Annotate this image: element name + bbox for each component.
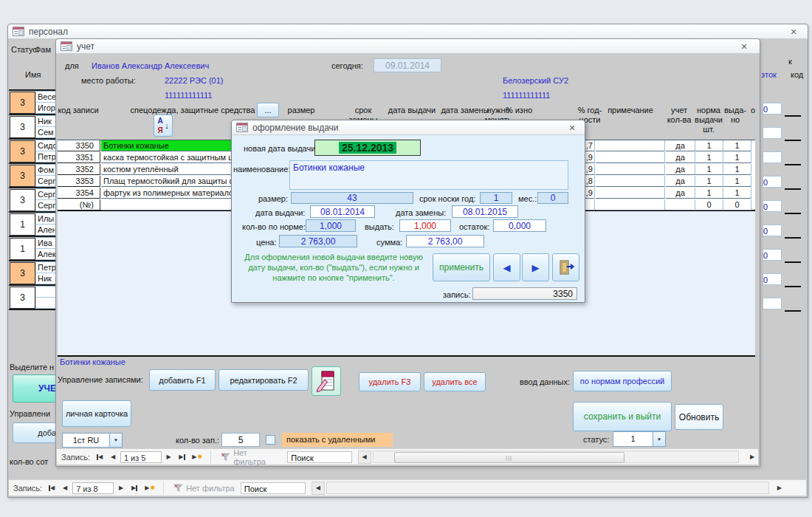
scrollbar-thumb[interactable]: ||| [394,452,625,463]
personal-h-scrollbar[interactable] [326,482,769,494]
new-date-value: 25.12.2013 [339,142,396,154]
srok-noski-label: срок носки год: [419,194,475,203]
strip-cell[interactable]: 0 [763,225,782,236]
scroll-right-button[interactable]: ▶ [746,451,758,463]
spec-lookup-button[interactable]: ... [257,103,279,117]
uchet-titlebar[interactable]: учет [56,39,760,54]
razmer-label: размер: [245,194,288,203]
record-position[interactable]: 1 из 5 [120,451,162,463]
show-deleted-checkbox[interactable] [266,435,275,445]
uchet-open-button[interactable]: УЧЕ [13,374,57,403]
edit-record-icon-button[interactable] [312,366,341,396]
strip-cell[interactable]: 0 [763,103,782,114]
form-icon [61,41,72,51]
record-position[interactable]: 7 из 8 [72,482,114,494]
lichnaya-kartochka-button[interactable]: личная карточка [62,400,131,427]
add-f1-button[interactable]: добавить F1 [149,369,216,391]
cena-field[interactable]: 2 763,00 [279,235,357,247]
summa-field[interactable]: 2 763,00 [406,235,484,247]
status-cell: 1 [10,213,35,236]
person-row[interactable]: 1ИлыАлен [9,211,56,236]
scroll-right-button[interactable]: ▶ [774,482,785,494]
strip-line [785,261,801,263]
person-row[interactable]: 3НикСем [9,114,56,138]
strip-cell[interactable] [763,127,782,139]
srok-god-field[interactable]: 1 [480,192,512,204]
strip-cell[interactable] [763,298,782,309]
dobavit-button[interactable]: доба [13,422,57,443]
new-record-button[interactable]: ▶✱ [142,482,158,494]
filter-status[interactable]: Нет фильтра [216,448,286,466]
upravlenie-zapisyami-label: Управление записями: [58,375,143,384]
last-record-button[interactable]: ▶ [176,451,187,463]
apply-button[interactable]: применить [433,253,490,281]
save-exit-button[interactable]: сохранить и выйти [573,402,672,431]
next-record-button[interactable]: ▶ [115,482,127,494]
personal-titlebar[interactable]: персонал [8,24,808,39]
strip-cell[interactable]: 0 [763,249,782,261]
search-box[interactable]: Поиск [287,451,351,463]
refresh-button[interactable]: Обновить [675,404,723,430]
record-count-field[interactable]: 5 [221,433,260,447]
new-record-button[interactable]: ▶✱ [189,451,205,463]
delete-all-button[interactable]: удалить все [424,372,486,391]
vydat-field[interactable]: 1,000 [399,219,451,232]
person-row[interactable]: 3ФомСерг [9,162,56,187]
status-dropdown[interactable]: 1▼ [613,431,666,447]
first-record-button[interactable]: ◀ [46,482,58,494]
data-vydachi-field[interactable]: 08.01.2014 [310,205,375,218]
nav-separator [163,482,164,495]
prev-record-button[interactable]: ◀ [107,451,119,463]
strip-cell[interactable] [763,151,782,163]
strip-line [785,115,801,117]
dialog-titlebar[interactable]: оформление выдачи [232,120,585,135]
person-row[interactable]: 3 [9,284,56,309]
personal-close-button[interactable]: ✕ [788,27,799,37]
person-row[interactable]: 3СидоПетр [9,138,56,162]
last-record-button[interactable]: ▶ [128,482,140,494]
delete-f3-button[interactable]: удалить F3 [359,372,421,391]
edit-f2-button[interactable]: редактировать F2 [219,369,309,391]
filter-status[interactable]: Нет фильтра [169,484,239,493]
person-row[interactable]: 1ИваАлек [9,236,56,260]
person-row[interactable]: 3ВесеИгор [9,89,56,114]
scroll-left-button[interactable]: ◀ [358,451,371,464]
strip-cell[interactable]: 0 [763,176,782,188]
dialog-close-button[interactable]: ✕ [567,123,577,133]
tab-number-left: 111111111111 [165,91,212,100]
naimenovanie-field[interactable]: Ботинки кожаные [289,160,568,190]
status-cell: 3 [10,116,35,138]
prev-item-button[interactable]: ◀ [493,253,520,281]
exit-button[interactable] [552,253,579,281]
uchet-h-scrollbar[interactable]: ||| [373,451,740,463]
scroll-left-button[interactable]: ◀ [312,482,325,495]
left-arrow-icon: ◀ [503,262,511,273]
next-item-button[interactable]: ▶ [522,253,549,281]
ostatok-field[interactable]: 0,000 [493,219,546,232]
language-dropdown[interactable]: 1ст RU▼ [62,433,123,448]
mes-field[interactable]: 0 [537,192,568,204]
form-icon [236,123,248,132]
zapis-label: запись: [443,290,471,299]
zapis-field[interactable]: 3350 [472,287,577,300]
today-date-field[interactable]: 09.01.2014 [374,58,441,72]
search-box[interactable]: Поиск [241,482,306,494]
person-row[interactable]: 3ПетрНик [9,260,56,284]
po-normam-button[interactable]: по нормам профессий [573,371,672,391]
first-record-button[interactable]: ◀ [94,451,106,463]
th-spec: спецодежда, защитные средства [115,106,270,115]
status-label: статус: [583,435,609,444]
uchet-close-button[interactable]: ✕ [739,41,749,52]
new-date-field[interactable]: 25.12.2013 [314,140,421,156]
person-row[interactable]: 3СергСерг [9,187,56,211]
data-zameny-field[interactable]: 08.01.2015 [452,205,518,218]
next-record-button[interactable]: ▶ [163,451,175,463]
strip-cell[interactable]: 0 [763,273,782,285]
sort-button[interactable]: АЯ↓ [154,114,173,137]
vydelite-label: Выделите н [10,363,54,372]
razmer-field[interactable]: 43 [291,192,413,204]
strip-cell[interactable]: 0 [763,200,782,212]
person-name-cell [36,286,56,309]
norma-field[interactable]: 1,000 [306,219,356,232]
prev-record-button[interactable]: ◀ [59,482,71,494]
